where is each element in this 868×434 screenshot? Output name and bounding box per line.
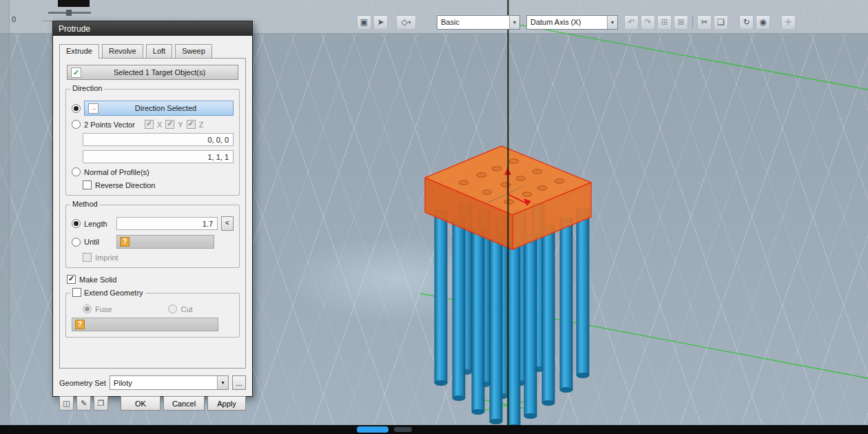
target-select-button[interactable]: ✓ Selected 1 Target Object(s) <box>67 65 238 80</box>
target-button-label: Selected 1 Target Object(s) <box>85 68 234 76</box>
window-fragment-dark <box>58 0 90 7</box>
orbit-glyph: ↻ <box>743 17 750 27</box>
tab-extrude[interactable]: Extrude <box>59 44 99 59</box>
draft-edit-glyph: ✎ <box>81 399 87 408</box>
frame-select-icon[interactable]: ⊠ <box>674 15 688 30</box>
cancel-button[interactable]: Cancel <box>163 396 205 411</box>
cut-label: Cut <box>180 305 192 313</box>
tab-bar: Extrude Revolve Loft Sweep <box>59 43 252 58</box>
until-target-field[interactable]: ? <box>116 235 214 249</box>
orbit-icon[interactable]: ↻ <box>739 15 754 30</box>
trim-icon[interactable]: ✂ <box>697 15 712 30</box>
geometry-set-combo[interactable]: Piloty ▾ <box>110 375 229 390</box>
direction-selected-button[interactable]: → Direction Selected <box>84 101 234 116</box>
style-combo[interactable]: Basic ▾ <box>437 15 520 30</box>
axis-x-checkbox[interactable] <box>145 120 154 129</box>
datum-axis-combo-value: Datum Axis (X) <box>530 18 607 26</box>
taskbar <box>0 425 868 434</box>
grid-snap-icon[interactable]: ⊞ <box>657 15 672 30</box>
end-point-input[interactable] <box>83 150 234 163</box>
view-rotate-right-icon[interactable]: ↷ <box>641 15 655 30</box>
workplane-icon[interactable]: ◇ ▾ <box>396 15 416 30</box>
dialog-titlebar[interactable]: Protrude <box>53 21 252 36</box>
axis-x-label: X <box>157 121 162 129</box>
geometry-set-value: Piloty <box>114 379 217 387</box>
view-rotate-left-icon[interactable]: ↶ <box>624 15 639 30</box>
tab-sweep[interactable]: Sweep <box>175 44 212 58</box>
normal-of-profile-label: Normal of Profile(s) <box>84 168 149 176</box>
direction-group: Direction → Direction Selected 2 Points … <box>65 89 240 196</box>
ruler-origin-label: 0 <box>12 15 16 23</box>
question-icon: ? <box>120 237 130 247</box>
window-fragment-gray <box>41 7 114 21</box>
taskbar-active-item[interactable] <box>357 426 389 433</box>
fuse-label: Fuse <box>95 305 112 313</box>
method-group: Method Length < Until ? Imprint <box>65 205 240 268</box>
until-radio[interactable] <box>72 238 81 247</box>
reverse-direction-checkbox[interactable] <box>83 180 92 189</box>
axis-y-checkbox[interactable] <box>165 120 174 129</box>
draft-edit-icon[interactable]: ✎ <box>76 396 91 411</box>
axis-y-label: Y <box>178 121 183 129</box>
method-group-label: Method <box>70 200 100 208</box>
chevron-down-icon[interactable]: ▾ <box>217 376 228 389</box>
cut-radio[interactable] <box>168 304 177 313</box>
make-solid-checkbox[interactable] <box>67 275 76 284</box>
check-icon: ✓ <box>71 68 81 78</box>
tab-revolve[interactable]: Revolve <box>102 44 143 58</box>
left-ruler <box>0 0 10 434</box>
length-radio[interactable] <box>72 219 81 228</box>
chevron-down-icon[interactable]: ▾ <box>509 16 519 29</box>
application-window: ▣ ➤ ◇ ▾ Basic ▾ Datum Axis (X) ▾ ↶ ↷ ⊞ ⊠… <box>0 0 868 434</box>
dialog-footer: ◫ ✎ ❐ OK Cancel Apply <box>59 396 246 411</box>
preview-icon[interactable]: ◫ <box>59 396 74 411</box>
geometry-set-label: Geometry Set <box>59 379 106 387</box>
copy-face-glyph: ❏ <box>717 17 725 27</box>
axis-z-checkbox[interactable] <box>187 120 196 129</box>
trim-glyph: ✂ <box>701 17 707 27</box>
preview-glyph: ◫ <box>63 399 70 408</box>
taskbar-item[interactable] <box>394 427 412 432</box>
direction-selected-radio[interactable] <box>72 104 81 113</box>
view-rotate-right-glyph: ↷ <box>644 17 651 27</box>
reverse-direction-label: Reverse Direction <box>95 181 155 189</box>
length-input[interactable] <box>116 217 218 230</box>
measure-icon[interactable]: ✛ <box>781 15 796 30</box>
start-point-input[interactable] <box>83 133 234 146</box>
normal-of-profile-radio[interactable] <box>72 167 81 176</box>
apply-button[interactable]: Apply <box>207 396 246 411</box>
tab-loft[interactable]: Loft <box>146 44 172 58</box>
extend-target-field[interactable]: ? <box>72 318 218 331</box>
pages-icon[interactable]: ❐ <box>94 396 108 411</box>
center-view-icon[interactable]: ◉ <box>756 15 770 30</box>
ok-button[interactable]: OK <box>121 396 161 411</box>
length-flip-button[interactable]: < <box>221 216 234 231</box>
direction-group-label: Direction <box>70 84 104 92</box>
measure-glyph: ✛ <box>785 17 792 27</box>
imprint-checkbox[interactable] <box>83 253 92 262</box>
pages-glyph: ❐ <box>98 399 105 408</box>
fuse-radio[interactable] <box>83 304 92 313</box>
chevron-down-icon[interactable]: ▾ <box>607 16 617 29</box>
datum-axis-combo[interactable]: Datum Axis (X) ▾ <box>526 15 618 30</box>
two-points-vector-label: 2 Points Vector <box>84 121 135 129</box>
toolbar-separator <box>692 16 693 28</box>
axis-z-label: Z <box>199 121 204 129</box>
extend-geometry-group: Extend Geometry Fuse Cut ? <box>65 293 240 338</box>
pick-cursor-glyph: ➤ <box>377 17 384 27</box>
fragment-slider-handle[interactable] <box>66 10 72 16</box>
style-combo-value: Basic <box>441 18 509 26</box>
direction-selected-label: Direction Selected <box>102 104 229 112</box>
geometry-set-more-button[interactable]: ... <box>232 375 246 390</box>
until-label: Until <box>84 238 113 246</box>
extend-geometry-checkbox[interactable] <box>72 288 81 297</box>
view-rotate-left-glyph: ↶ <box>628 17 634 27</box>
copy-face-icon[interactable]: ❏ <box>714 15 728 30</box>
pick-cursor-icon[interactable]: ➤ <box>373 15 388 30</box>
grid-snap-glyph: ⊞ <box>661 17 668 27</box>
two-points-vector-radio[interactable] <box>72 120 81 129</box>
dialog-title: Protrude <box>59 24 90 34</box>
extrude-tab-panel: ✓ Selected 1 Target Object(s) Direction … <box>59 58 246 369</box>
select-window-icon[interactable]: ▣ <box>357 15 371 30</box>
workplane-glyph: ◇ <box>401 17 407 27</box>
